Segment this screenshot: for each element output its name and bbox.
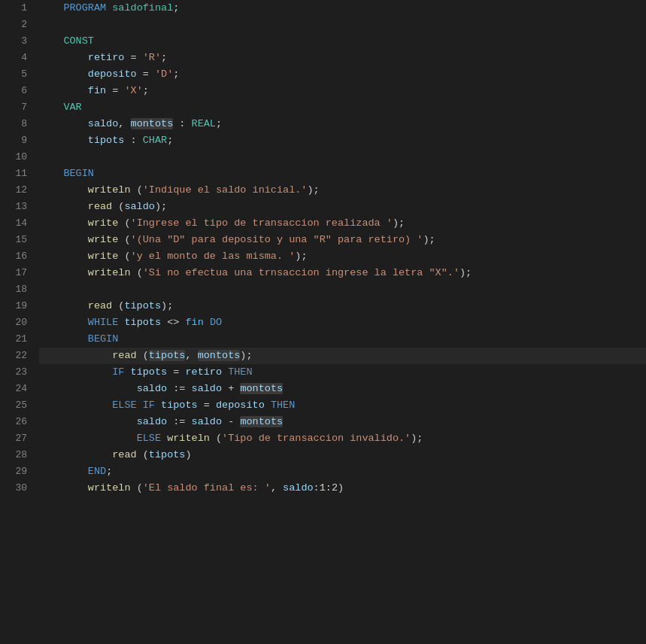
token: - [222,416,240,427]
token: write [88,251,119,262]
token: 'R' [143,52,161,63]
token: '(Una "D" para deposito y una "R" para r… [131,234,423,245]
line-number: 16 [12,248,27,265]
token: = [137,68,155,80]
token: saldo [88,118,119,129]
token: ( [118,234,130,245]
token [39,466,88,477]
token [39,399,112,411]
line-number: 12 [12,182,27,199]
token [39,85,88,96]
token: 'X' [124,85,142,96]
line-number: 25 [12,397,27,414]
token: deposito [216,399,265,411]
code-line: tipots : CHAR; [39,132,646,149]
line-number: 18 [12,281,27,298]
token: : [124,135,142,146]
token [39,482,88,494]
code-content[interactable]: PROGRAM saldofinal; CONST retiro = 'R'; … [36,0,646,644]
token: 'Si no efectua una trnsaccion ingrese la… [143,267,459,278]
token: saldo [283,482,314,494]
token: tipots [149,449,186,460]
token: writeln [88,184,131,196]
token [39,234,88,245]
code-line: WHILE tipots <> fin DO [39,314,646,331]
token: tipots [131,366,168,378]
token [161,433,167,444]
code-line: ELSE writeln ('Tipo de transaccion inval… [39,430,646,447]
token: ; [173,2,179,14]
code-line [39,149,646,166]
code-line: BEGIN [39,331,646,348]
token: = [198,399,216,411]
token: CHAR [143,135,167,146]
token: ); [393,217,405,229]
line-number: 3 [12,33,27,50]
code-line: saldo, montots : REAL; [39,116,646,132]
token: writeln [88,482,131,494]
token: BEGIN [63,168,94,179]
token: = [167,366,185,378]
token: , [271,482,283,494]
line-number: 1 [12,0,27,17]
token: ( [137,449,149,460]
line-number: 30 [12,480,27,497]
code-line: writeln ('Indique el saldo inicial.'); [39,182,646,199]
code-line: write ('Ingrese el tipo de transaccion r… [39,215,646,232]
token [39,52,88,63]
token: DO [210,317,222,328]
token [39,68,88,80]
token: deposito [88,68,137,80]
token: write [88,217,119,229]
token [137,399,143,411]
token: tipots [124,317,161,328]
code-line: END; [39,463,646,480]
line-number: 28 [12,447,27,463]
token [222,366,228,378]
line-number: 27 [12,430,27,447]
line-number: 19 [12,298,27,314]
token: + [222,383,240,394]
token: tipots [149,350,186,361]
token: 'Tipo de transaccion invalido.' [222,433,411,444]
token [39,383,137,394]
token: retiro [88,52,125,63]
token: tipots [88,135,125,146]
token: THEN [228,366,252,378]
token: ( [137,350,149,361]
token: 'El saldo final es: ' [143,482,271,494]
token: : [173,118,191,129]
token: tipots [161,399,198,411]
token: ); [240,350,252,361]
line-number: 4 [12,50,27,66]
token: ELSE [137,433,161,444]
token: ); [161,300,173,311]
token [39,317,88,328]
line-number: 26 [12,414,27,430]
token: 'Indique el saldo inicial.' [143,184,308,196]
token: montots [131,118,174,129]
token [39,267,88,278]
token: ); [411,433,423,444]
code-line: read (tipots, montots); [39,348,646,364]
code-line: CONST [39,33,646,50]
token [39,2,63,14]
token: END [88,466,106,477]
code-line [39,281,646,298]
token [39,135,88,146]
token: writeln [88,267,131,278]
token: montots [240,416,283,427]
token: saldo [137,383,168,394]
token: ; [106,466,112,477]
token [39,300,88,311]
line-number: 15 [12,232,27,248]
token: IF [112,366,124,378]
line-number: 14 [12,215,27,232]
token: , [118,118,130,129]
token: := [167,416,191,427]
token [39,184,88,196]
line-number: 7 [12,99,27,116]
token: saldo [124,201,155,212]
token: ; [173,68,179,80]
line-number: 29 [12,463,27,480]
